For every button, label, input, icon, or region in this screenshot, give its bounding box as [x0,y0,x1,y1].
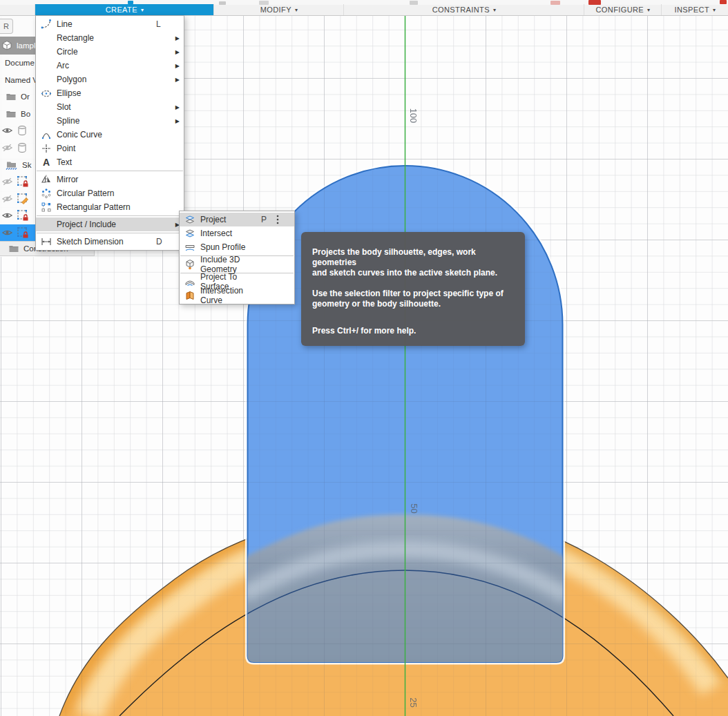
browser-row-bo[interactable]: Bo [0,106,35,122]
ellipse-icon [39,88,54,99]
menu-item-text[interactable]: AText [36,155,184,169]
menu-item-label: Rectangle [54,33,156,43]
submenu-arrow-icon: ▶ [171,49,180,55]
browser-row[interactable] [0,207,35,224]
toolbar-tab-create[interactable]: CREATE▾ [35,4,214,15]
menu-item-label: Spline [54,116,156,126]
menu-item-line[interactable]: LineL [36,17,184,31]
svg-text:A: A [43,157,50,168]
menu-item-label: Line [54,19,156,29]
eye-icon[interactable] [1,228,13,238]
menu-item-intersection-curve[interactable]: Intersection Curve [180,289,294,302]
menu-item-circle[interactable]: Circle▶ [36,45,184,59]
browser-panel-tab[interactable]: R [0,19,13,34]
menu-item-project-include[interactable]: Project / Include▶ [36,217,184,231]
menu-separator [37,233,183,233]
eye-slash-icon[interactable] [1,143,13,153]
create-dropdown-menu: LineLRectangle▶Circle▶Arc▶Polygon▶Ellips… [35,15,184,251]
menu-item-label: Slot [54,102,156,112]
menu-item-spun-profile[interactable]: Spun Profile [180,240,294,254]
menu-item-circular-pattern[interactable]: Circular Pattern [36,186,184,200]
no-icon [39,74,54,85]
no-icon [39,219,54,230]
no-icon [39,115,54,126]
eye-slash-icon[interactable] [1,194,13,204]
browser-row-named-v[interactable]: Named V [0,72,35,88]
rectangular-pattern-icon [39,202,54,213]
menu-item-slot[interactable]: Slot▶ [36,100,184,114]
menu-item-mirror[interactable]: Mirror [36,173,184,186]
menu-item-intersect[interactable]: Intersect [180,226,294,240]
menu-item-include-3d-geometry[interactable]: Include 3D Geometry [180,258,294,271]
project-tooltip: Projects the body silhouette, edges, wor… [301,232,525,346]
mirror-icon [39,174,54,185]
browser-row-docume[interactable]: Docume [0,55,35,71]
menu-item-label: Intersection Curve [198,286,267,305]
toolbar-tab-constraints[interactable]: CONSTRAINTS▾ [343,4,584,15]
eye-slash-icon[interactable] [1,177,13,186]
project-to-surface-icon [182,276,198,287]
browser-row-lampk[interactable]: lampk [0,37,35,55]
submenu-arrow-icon: ▶ [171,77,180,83]
folder-hatched-icon [6,159,18,171]
sketch-edit-icon [17,193,29,205]
browser-row-label: lampk [17,41,35,50]
no-icon [39,46,54,57]
toolbar-tab-inspect[interactable]: INSPECT▾ [661,4,728,15]
menu-item-rectangle[interactable]: Rectangle▶ [36,31,184,45]
tooltip-paragraph: Projects the body silhouette, edges, wor… [312,247,514,278]
browser-row-label: Or [21,93,30,101]
browser-row-or[interactable]: Or [0,88,35,105]
eye-icon[interactable] [1,126,13,135]
menu-item-label: Sketch Dimension [54,237,156,246]
tab-label: CREATE [106,6,137,14]
circular-pattern-icon [39,188,54,199]
menu-item-label: Text [54,157,156,167]
menu-item-label: Point [54,144,156,153]
browser-row[interactable] [0,173,35,190]
menu-item-polygon[interactable]: Polygon▶ [36,72,184,86]
chevron-down-icon: ▾ [493,7,496,13]
project-include-submenu: ProjectPIntersectSpun ProfileInclude 3D … [179,211,295,304]
dots-vertical-icon[interactable] [276,214,282,225]
sketch-locked-icon [17,209,29,222]
menu-item-shortcut: P [261,215,276,224]
conic-curve-icon [39,129,54,140]
browser-row-label: Bo [21,110,30,118]
browser-row[interactable] [0,191,35,207]
cylinder-icon [17,125,28,136]
submenu-arrow-icon: ▶ [171,35,180,41]
spun-profile-icon [182,242,198,253]
menu-item-conic-curve[interactable]: Conic Curve [36,128,184,142]
browser-row[interactable] [0,224,35,241]
menu-item-rectangular-pattern[interactable]: Rectangular Pattern [36,200,184,214]
tab-label: MODIFY [260,6,291,14]
menu-item-ellipse[interactable]: Ellipse [36,86,184,100]
eye-icon[interactable] [1,211,13,220]
menu-item-project[interactable]: ProjectP [180,213,294,226]
tab-label: INSPECT [675,6,709,14]
menu-item-shortcut: D [156,237,171,246]
tab-label: CONSTRAINTS [432,6,490,14]
ruler-label-25: 25 [408,693,419,713]
intersect-icon [182,228,198,239]
browser-row[interactable] [0,139,35,156]
browser-row-sk[interactable]: Sk [0,157,35,173]
toolbar-tab-modify[interactable]: MODIFY▾ [213,4,344,15]
tooltip-paragraph: Use the selection filter to project spec… [312,289,514,309]
folder-icon [6,91,17,102]
menu-item-sketch-dimension[interactable]: Sketch DimensionD [36,235,184,249]
intersection-curve-icon [182,290,198,301]
browser-row[interactable] [0,122,35,139]
toolbar-tab-configure[interactable]: CONFIGURE▾ [584,4,662,15]
ruler-label-100: 100 [408,106,419,126]
point-icon [39,143,54,154]
menu-item-label: Spun Profile [198,242,267,252]
menu-item-arc[interactable]: Arc▶ [36,59,184,72]
menu-item-point[interactable]: Point [36,142,184,155]
menu-item-label: Project / Include [54,220,156,229]
menu-item-label: Conic Curve [54,130,156,139]
tab-label: CONFIGURE [595,6,644,14]
menu-item-spline[interactable]: Spline▶ [36,114,184,128]
chevron-down-icon: ▾ [141,7,144,13]
